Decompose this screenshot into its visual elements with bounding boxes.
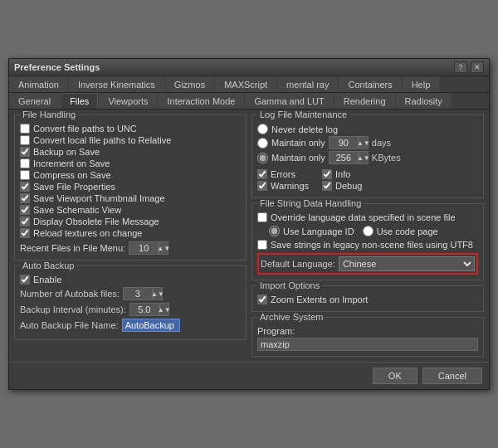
- log-warnings-checkbox[interactable]: [257, 181, 267, 191]
- log-days-spinner[interactable]: ▲▼: [329, 136, 369, 149]
- recent-files-spin-btn[interactable]: ▲▼: [159, 241, 168, 255]
- file-handling-item-3: Increment on Save: [20, 158, 241, 168]
- override-lang-label: Override language data specified in scen…: [271, 212, 456, 222]
- save-schematic-checkbox[interactable]: [20, 205, 30, 215]
- log-never-delete-row: Never delete log: [257, 124, 478, 134]
- log-errors-label: Errors: [271, 169, 295, 179]
- tab-interaction-mode[interactable]: Interaction Mode: [158, 93, 244, 109]
- convert-relative-label: Convert local file paths to Relative: [33, 135, 171, 145]
- autobak-files-spin-btn[interactable]: ▲▼: [153, 287, 163, 300]
- override-lang-row: Override language data specified in scen…: [257, 212, 478, 222]
- archive-program-input[interactable]: [257, 338, 478, 351]
- tab-inverse-kinematics[interactable]: Inverse Kinematics: [69, 76, 164, 92]
- log-info-row: Info: [322, 169, 362, 179]
- log-days-spin-btn[interactable]: ▲▼: [359, 136, 369, 149]
- save-thumbnail-label: Save Viewport Thumbnail Image: [33, 193, 165, 203]
- tab-mental-ray[interactable]: mental ray: [277, 76, 338, 92]
- tab-general[interactable]: General: [9, 93, 60, 109]
- tabs-row1: Animation Inverse Kinematics Gizmos MAXS…: [9, 76, 489, 93]
- cancel-button[interactable]: Cancel: [422, 368, 482, 384]
- log-kbytes-input[interactable]: [329, 151, 359, 164]
- reload-textures-checkbox[interactable]: [20, 228, 30, 238]
- recent-files-spinner[interactable]: ▲▼: [129, 241, 168, 255]
- convert-unc-checkbox[interactable]: [20, 124, 30, 134]
- override-lang-checkbox[interactable]: [257, 212, 267, 222]
- auto-backup-label: Auto Backup: [20, 261, 76, 270]
- autobak-name-row: Auto Backup File Name:: [20, 319, 241, 332]
- close-button[interactable]: ✕: [471, 61, 484, 73]
- log-debug-label: Debug: [335, 181, 362, 191]
- autobak-name-input[interactable]: [122, 319, 180, 332]
- tab-radiosity[interactable]: Radiosity: [396, 93, 452, 109]
- recent-files-row: Recent Files in File Menu: ▲▼: [20, 241, 241, 255]
- log-maintain-days-radio[interactable]: [257, 138, 268, 149]
- save-utf8-checkbox[interactable]: [257, 240, 267, 250]
- title-controls: ? ✕: [454, 61, 484, 73]
- backup-interval-spinner[interactable]: ▲▼: [129, 303, 169, 316]
- zoom-extents-label: Zoom Extents on Import: [271, 295, 368, 304]
- main-content: File Handling Convert file paths to UNC …: [9, 110, 489, 362]
- zoom-extents-checkbox[interactable]: [257, 295, 267, 304]
- log-days-input[interactable]: [329, 136, 359, 149]
- backup-interval-spin-btn[interactable]: ▲▼: [159, 303, 169, 316]
- panel-right: Log File Maintenance Never delete log Ma…: [251, 114, 484, 357]
- tab-help[interactable]: Help: [403, 76, 440, 92]
- recent-files-label: Recent Files in File Menu:: [20, 243, 125, 253]
- increment-save-label: Increment on Save: [33, 158, 110, 168]
- tab-rendering[interactable]: Rendering: [334, 93, 395, 109]
- file-handling-group: File Handling Convert file paths to UNC …: [14, 114, 247, 261]
- tabs-row2: General Files Viewports Interaction Mode…: [9, 93, 489, 110]
- reload-textures-label: Reload textures on change: [33, 228, 142, 238]
- help-button[interactable]: ?: [454, 61, 467, 73]
- autobak-files-label: Number of Autobak files:: [20, 289, 120, 299]
- autobak-files-input[interactable]: [123, 287, 153, 300]
- log-kbytes-spinner[interactable]: ▲▼: [329, 151, 369, 164]
- convert-unc-label: Convert file paths to UNC: [33, 124, 137, 134]
- log-file-group: Log File Maintenance Never delete log Ma…: [251, 114, 484, 198]
- tab-maxscript[interactable]: MAXScript: [215, 76, 276, 92]
- autobak-files-spinner[interactable]: ▲▼: [123, 287, 163, 300]
- use-lang-id-radio[interactable]: [269, 226, 280, 236]
- backup-save-checkbox[interactable]: [20, 147, 30, 157]
- archive-program-label: Program:: [257, 326, 295, 336]
- backup-interval-input[interactable]: [129, 303, 159, 316]
- log-maintain-kbytes-radio[interactable]: [257, 153, 268, 163]
- log-kbytes-spin-btn[interactable]: ▲▼: [359, 151, 369, 164]
- log-info-checkbox[interactable]: [322, 169, 332, 179]
- tab-files[interactable]: Files: [61, 93, 98, 109]
- log-errors-row: Errors: [257, 169, 309, 179]
- log-maintain-days-label: Maintain only: [271, 138, 325, 148]
- ok-button[interactable]: OK: [373, 368, 417, 384]
- archive-system-label: Archive System: [257, 312, 325, 322]
- tab-animation[interactable]: Animation: [9, 76, 68, 92]
- tab-gamma-lut[interactable]: Gamma and LUT: [245, 93, 333, 109]
- tab-gizmos[interactable]: Gizmos: [165, 76, 214, 92]
- increment-save-checkbox[interactable]: [20, 158, 30, 168]
- log-debug-checkbox[interactable]: [322, 181, 332, 191]
- log-errors-checkbox[interactable]: [257, 169, 267, 179]
- compress-save-checkbox[interactable]: [20, 170, 30, 180]
- import-options-label: Import Options: [257, 280, 322, 290]
- log-never-delete-radio[interactable]: [257, 124, 268, 134]
- tab-containers[interactable]: Containers: [339, 76, 401, 92]
- archive-system-group: Archive System Program:: [251, 317, 484, 357]
- backup-interval-label: Backup Interval (minutes):: [20, 304, 126, 314]
- preference-dialog: Preference Settings ? ✕ Animation Invers…: [8, 58, 490, 390]
- save-properties-checkbox[interactable]: [20, 182, 30, 192]
- convert-relative-checkbox[interactable]: [20, 135, 30, 145]
- save-properties-label: Save File Properties: [33, 182, 115, 192]
- tab-viewports[interactable]: Viewports: [99, 93, 157, 109]
- auto-backup-enable-checkbox[interactable]: [20, 275, 30, 285]
- use-lang-id-label: Use Language ID: [283, 226, 354, 236]
- file-handling-label: File Handling: [20, 110, 78, 119]
- log-warnings-row: Warnings: [257, 181, 309, 191]
- use-code-page-row: Use code page: [363, 226, 438, 236]
- use-code-page-radio[interactable]: [363, 226, 374, 236]
- display-obsolete-label: Display Obsolete File Message: [33, 217, 159, 226]
- save-thumbnail-checkbox[interactable]: [20, 193, 30, 203]
- default-language-row: Default Language: Chinese English Japane…: [257, 253, 478, 275]
- recent-files-input[interactable]: [129, 241, 159, 255]
- log-kbytes-unit: KBytes: [372, 153, 401, 163]
- display-obsolete-checkbox[interactable]: [20, 217, 30, 226]
- default-lang-select[interactable]: Chinese English Japanese Korean German F…: [339, 256, 475, 271]
